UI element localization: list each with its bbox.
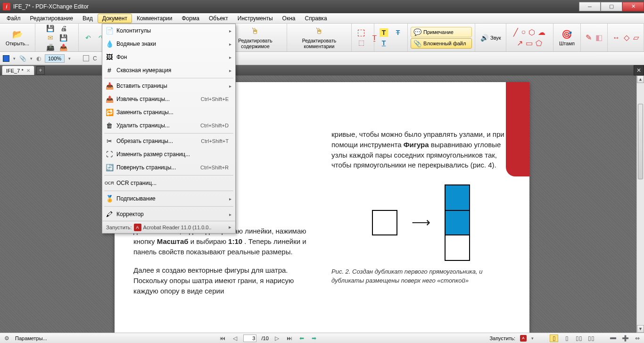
color-fill-icon[interactable] xyxy=(3,55,9,62)
measure-area-icon[interactable]: ▱ xyxy=(633,33,639,42)
note-button[interactable]: 💬 Примечание xyxy=(411,27,472,37)
first-page-icon[interactable]: ⏮ xyxy=(219,335,226,342)
page-number-input[interactable] xyxy=(243,335,256,342)
menu-form[interactable]: Форма xyxy=(177,14,204,23)
layout-single-icon[interactable]: ▯ xyxy=(550,335,558,342)
arrow-icon[interactable]: ↗ xyxy=(517,39,523,48)
menu-view[interactable]: Вид xyxy=(78,14,98,23)
rect-icon[interactable]: ▭ xyxy=(526,39,533,48)
menu-edit[interactable]: Редактирование xyxy=(25,14,78,23)
menu-item-label: Водяные знаки xyxy=(116,41,229,47)
print-button[interactable]: 🖨 xyxy=(57,24,70,33)
undo-button[interactable]: ↶ xyxy=(82,33,95,42)
menu-help[interactable]: Справка xyxy=(300,14,331,23)
menu-item[interactable]: 🏅Подписывание▸ xyxy=(102,192,235,205)
menu-item[interactable]: 🖼Фон▸ xyxy=(102,50,235,64)
zoom-input[interactable] xyxy=(45,54,65,63)
dropdown-footer[interactable]: Запустить: A Acrobat Reader 11.0 (11.0.0… xyxy=(102,221,235,233)
chevron-right-icon: ▸ xyxy=(229,196,231,201)
oval-icon[interactable]: ○ xyxy=(521,28,526,37)
vertical-scrollbar[interactable]: ▲ ▼ xyxy=(636,75,644,333)
fit-width-icon[interactable]: ⇔ xyxy=(634,335,641,342)
menu-item[interactable]: ⛶Изменить размер страниц... xyxy=(102,148,235,161)
pencil-icon[interactable]: ✎ xyxy=(586,33,592,42)
sound-button[interactable]: 🔊 Звук xyxy=(478,33,503,42)
measure-line-icon[interactable]: ↔ xyxy=(612,33,620,42)
menu-item-label: Изменить размер страниц... xyxy=(116,151,231,158)
menu-item[interactable]: 📤Извлечь страницы...Ctrl+Shift+E xyxy=(102,92,235,106)
scan-button[interactable]: 📠 xyxy=(44,42,57,52)
menu-item[interactable]: 🗑Удалить страницы...Ctrl+Shift+D xyxy=(102,119,235,132)
menu-item[interactable]: 📥Вставить страницы▸ xyxy=(102,79,235,92)
open-button[interactable]: 📂 Открыть... xyxy=(3,28,32,48)
scroll-down-button[interactable]: ▼ xyxy=(637,325,644,333)
next-view-icon[interactable]: ➡ xyxy=(310,335,318,342)
last-page-icon[interactable]: ⏭ xyxy=(286,335,293,342)
next-page-icon[interactable]: ▷ xyxy=(273,335,281,342)
scroll-up-button[interactable]: ▲ xyxy=(637,75,644,83)
layout-facing-icon[interactable]: ▯▯ xyxy=(575,335,583,342)
menu-item[interactable]: OCROCR страниц... xyxy=(102,176,235,190)
document-tab[interactable]: IFE_7 * ✕ xyxy=(2,66,34,75)
strike-text-button[interactable]: T xyxy=(391,28,405,37)
line-icon[interactable]: ╱ xyxy=(513,28,518,37)
eraser-icon[interactable]: ◧ xyxy=(595,33,603,42)
panel-close-button[interactable]: ✕ xyxy=(634,65,644,75)
zoom-out-icon[interactable]: ➖ xyxy=(609,335,617,342)
menu-object[interactable]: Объект xyxy=(204,14,233,23)
highlight-button[interactable]: T xyxy=(377,28,390,37)
menu-item[interactable]: ✂Обрезать страницы...Ctrl+Shift+T xyxy=(102,134,235,148)
menu-file[interactable]: Файл xyxy=(2,14,25,23)
scroll-thumb[interactable] xyxy=(638,104,643,179)
prev-page-icon[interactable]: ◁ xyxy=(231,335,239,342)
measure-perim-icon[interactable]: ◇ xyxy=(624,33,629,42)
checkbox-keep-icon[interactable] xyxy=(83,55,89,61)
textbox-icon xyxy=(357,29,365,37)
menu-item-label: Удалить страницы... xyxy=(116,122,200,129)
scanner-icon: 📠 xyxy=(46,43,55,51)
menu-comments[interactable]: Комментарии xyxy=(132,14,177,23)
menu-item[interactable]: 💧Водяные знаки▸ xyxy=(102,37,235,50)
edit-comments-button[interactable]: 🖱 Редактировать комментарии xyxy=(290,25,348,50)
acrobat-icon[interactable]: A xyxy=(520,335,527,342)
menu-document[interactable]: Документ xyxy=(98,14,132,23)
cloud-icon[interactable]: ☁ xyxy=(538,28,545,37)
menu-item[interactable]: 🔁Заменить страницы... xyxy=(102,106,235,119)
callout-button[interactable]: ⬚ xyxy=(355,38,368,47)
close-button[interactable]: ✕ xyxy=(622,2,644,11)
window-title: IFE_7* - PDF-XChange Editor xyxy=(13,3,89,10)
underline-text-button[interactable]: T xyxy=(377,38,390,48)
save-button[interactable]: 💾 xyxy=(44,24,57,33)
layout-cont-icon[interactable]: ▯ xyxy=(563,335,570,342)
minimize-button[interactable]: ─ xyxy=(579,2,601,11)
export-button[interactable]: 📤 xyxy=(57,42,70,52)
document-viewport[interactable]: ных фигур сновных размеров оверхность ша… xyxy=(0,75,644,333)
textbox-button[interactable] xyxy=(355,28,368,38)
email-button[interactable]: ✉ xyxy=(44,33,57,42)
attach-icon[interactable]: 📎 xyxy=(19,55,26,62)
zoom-in-icon[interactable]: ➕ xyxy=(621,335,629,342)
menu-item[interactable]: 📄Колонтитулы▸ xyxy=(102,24,235,37)
menu-item[interactable]: #Сквозная нумерация▸ xyxy=(102,64,235,77)
menu-item-icon: 💧 xyxy=(102,40,116,48)
stamp-button[interactable]: 🎯 Штамп xyxy=(556,28,578,48)
polygon-icon[interactable]: ⬠ xyxy=(536,39,542,48)
prev-view-icon[interactable]: ⬅ xyxy=(298,335,305,342)
opacity-icon[interactable]: ◐ xyxy=(36,55,41,62)
menu-item-label: Корректор xyxy=(116,211,229,218)
menu-item[interactable]: 🔄Повернуть страницы...Ctrl+Shift+R xyxy=(102,161,235,174)
menu-item[interactable]: 🖍Корректор▸ xyxy=(102,208,235,221)
save2-button[interactable]: 💾 xyxy=(57,33,70,42)
menu-windows[interactable]: Окна xyxy=(278,14,300,23)
layout-cont-facing-icon[interactable]: ▯▯ xyxy=(587,335,595,342)
menu-item-icon: 📄 xyxy=(102,27,116,34)
new-tab-button[interactable]: + xyxy=(36,66,45,75)
tab-close-icon[interactable]: ✕ xyxy=(26,68,30,73)
undo-icon: ↶ xyxy=(84,33,92,42)
params-button[interactable]: Параметры... xyxy=(15,335,47,341)
maximize-button[interactable]: ▢ xyxy=(601,2,622,11)
menu-tools[interactable]: Инструменты xyxy=(233,14,278,23)
gear-icon[interactable]: ⚙ xyxy=(3,335,10,342)
polyline-icon[interactable]: ⬡ xyxy=(528,28,535,37)
attach-button[interactable]: 📎 Вложенный файл xyxy=(411,38,472,49)
